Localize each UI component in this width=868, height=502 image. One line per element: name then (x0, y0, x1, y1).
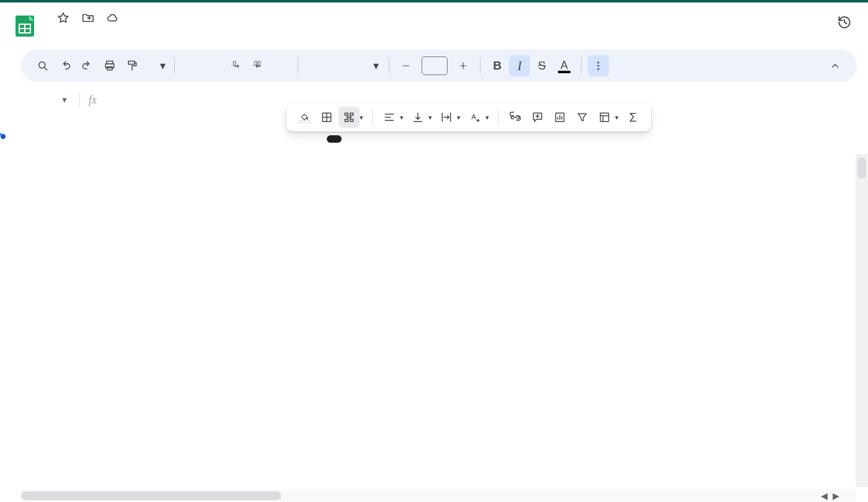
halign-dropdown-icon[interactable]: ▾ (400, 114, 406, 122)
merge-tooltip (327, 135, 342, 143)
zoom-select[interactable]: ▾ (144, 59, 168, 73)
fill-color-button[interactable] (294, 107, 315, 128)
print-button[interactable] (99, 55, 120, 76)
svg-point-18 (306, 118, 308, 120)
sheets-logo[interactable] (11, 9, 38, 43)
text-wrap-button[interactable] (436, 107, 457, 128)
rotation-dropdown-icon[interactable]: ▾ (485, 114, 492, 122)
svg-point-16 (598, 65, 600, 67)
menu-edit[interactable] (62, 32, 74, 37)
vertical-scrollbar[interactable] (856, 154, 868, 487)
strikethrough-button[interactable]: S (531, 55, 552, 76)
menu-format[interactable] (107, 32, 119, 37)
currency-button[interactable] (181, 55, 202, 76)
menu-extensions[interactable] (151, 32, 164, 37)
decrease-font-button[interactable] (396, 55, 417, 76)
percent-button[interactable] (203, 55, 224, 76)
menu-help[interactable] (166, 32, 179, 37)
name-box-dropdown-icon[interactable]: ▼ (61, 96, 68, 104)
undo-button[interactable] (55, 55, 76, 76)
menu-tools[interactable] (136, 32, 149, 37)
collapse-toolbar-button[interactable] (825, 55, 846, 76)
scroll-left-icon[interactable]: ◀ (821, 491, 828, 501)
scroll-right-icon[interactable]: ▶ (833, 491, 839, 501)
menu-data[interactable] (122, 32, 134, 37)
text-color-button[interactable]: A (554, 55, 575, 76)
insert-comment-button[interactable] (527, 107, 548, 128)
menu-insert[interactable] (92, 32, 104, 37)
menu-bar (47, 32, 827, 37)
move-folder-icon[interactable] (79, 9, 97, 27)
more-formats-button[interactable] (270, 55, 291, 76)
filterviews-dropdown-icon[interactable]: ▾ (615, 114, 621, 122)
merge-cells-button[interactable] (339, 107, 360, 128)
insert-chart-button[interactable] (549, 107, 570, 128)
svg-point-15 (598, 61, 600, 63)
toolbar-overflow-button[interactable] (588, 55, 609, 76)
increase-font-button[interactable] (453, 55, 474, 76)
italic-button[interactable]: I (509, 55, 530, 76)
wrap-dropdown-icon[interactable]: ▾ (457, 114, 463, 122)
borders-button[interactable] (316, 107, 337, 128)
merge-dropdown-icon[interactable]: ▾ (360, 114, 366, 122)
toolbar: ▾ .0 .00 ▾ B I S A (21, 50, 857, 82)
insert-link-button[interactable] (505, 107, 526, 128)
bold-button[interactable]: B (487, 55, 508, 76)
horizontal-align-button[interactable] (379, 107, 400, 128)
history-icon[interactable] (836, 14, 853, 31)
search-icon[interactable] (32, 55, 53, 76)
menu-file[interactable] (47, 32, 60, 37)
font-size-input[interactable] (422, 56, 448, 75)
svg-point-17 (598, 68, 600, 70)
name-box[interactable]: ▼ (0, 96, 74, 104)
decrease-decimal-button[interactable]: .0 (226, 55, 247, 76)
svg-line-5 (45, 68, 47, 70)
redo-button[interactable] (77, 55, 98, 76)
svg-rect-9 (128, 61, 135, 65)
increase-decimal-button[interactable]: .00 (248, 55, 269, 76)
functions-button[interactable]: Σ (622, 107, 644, 128)
horizontal-scrollbar[interactable]: ◀▶ (21, 490, 856, 502)
filter-button[interactable] (572, 107, 593, 128)
fx-icon: fx (89, 94, 97, 107)
cloud-status-icon[interactable] (104, 9, 122, 27)
svg-rect-8 (107, 67, 112, 70)
font-family-select[interactable]: ▾ (304, 59, 383, 73)
vertical-align-button[interactable] (407, 107, 428, 128)
overflow-toolbar: ▾ ▾ ▾ ▾ A▾ ▾ Σ (286, 103, 651, 132)
text-rotation-button[interactable]: A (464, 107, 485, 128)
svg-text:A: A (471, 112, 476, 120)
filter-views-button[interactable] (594, 107, 615, 128)
paint-format-button[interactable] (122, 55, 143, 76)
star-icon[interactable] (55, 9, 72, 27)
valign-dropdown-icon[interactable]: ▾ (428, 114, 435, 122)
menu-view[interactable] (77, 32, 89, 37)
svg-rect-35 (600, 113, 608, 121)
